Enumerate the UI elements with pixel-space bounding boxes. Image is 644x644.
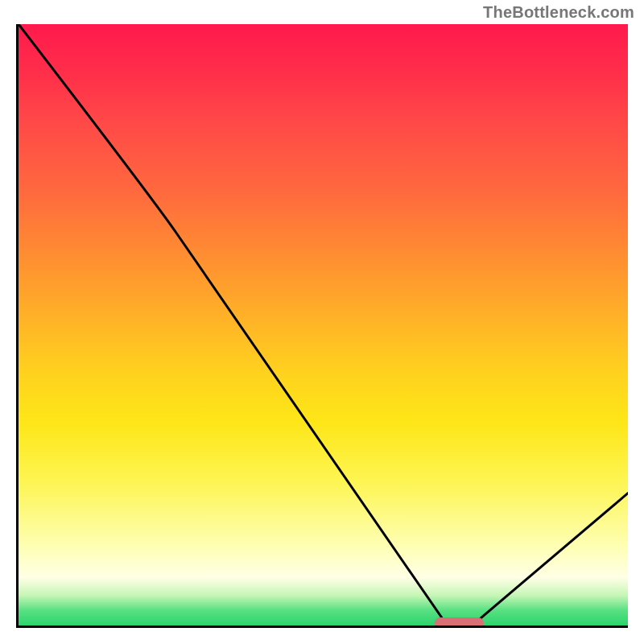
bottleneck-curve <box>19 24 628 625</box>
target-marker <box>435 617 484 628</box>
bottleneck-chart: TheBottleneck.com <box>0 0 644 644</box>
curve-path <box>19 24 628 622</box>
watermark-text: TheBottleneck.com <box>483 3 634 22</box>
plot-area <box>16 24 628 628</box>
